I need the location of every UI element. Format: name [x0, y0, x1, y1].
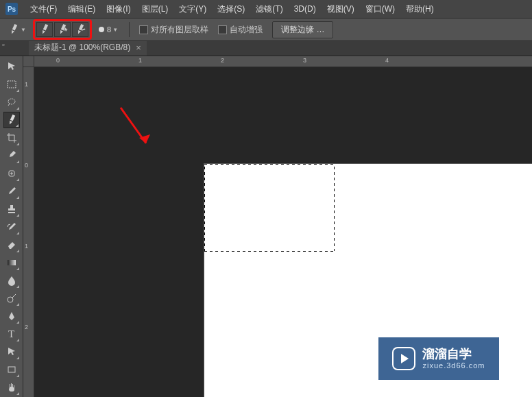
stamp-tool[interactable]: [3, 201, 20, 217]
ruler-v-tick: 0: [25, 162, 28, 169]
eraser-tool[interactable]: [3, 237, 20, 253]
svg-rect-3: [8, 81, 16, 88]
close-icon[interactable]: ×: [136, 43, 141, 53]
ruler-h-tick: 3: [303, 57, 306, 64]
menu-image[interactable]: 图像(I): [101, 1, 136, 18]
brush-tool[interactable]: [3, 183, 20, 200]
hand-tool[interactable]: [3, 379, 20, 396]
gradient-tool[interactable]: [3, 254, 20, 271]
ruler-h-tick: 0: [56, 57, 60, 64]
shape-tool[interactable]: [3, 361, 20, 378]
brush-size-chevron-icon[interactable]: ▼: [112, 27, 121, 33]
canvas-viewport[interactable]: 溜溜自学 zixue.3d66.com: [34, 67, 532, 397]
menu-filter[interactable]: 滤镜(T): [250, 1, 288, 18]
document-tab-title: 未标题-1 @ 100%(RGB/8): [34, 42, 130, 53]
svg-point-4: [8, 99, 15, 104]
sample-all-layers-checkbox[interactable]: 对所有图层取样: [139, 24, 208, 36]
menu-layer[interactable]: 图层(L): [136, 1, 174, 18]
svg-rect-8: [8, 367, 15, 372]
dodge-tool[interactable]: [3, 290, 20, 306]
healing-brush-tool[interactable]: [3, 165, 20, 182]
crop-tool[interactable]: [3, 130, 20, 146]
mode-add-selection-button[interactable]: [54, 22, 71, 37]
auto-enhance-label: 自动增强: [230, 24, 263, 36]
watermark-badge: 溜溜自学 zixue.3d66.com: [378, 337, 499, 380]
marquee-tool[interactable]: [3, 76, 20, 93]
annotation-arrow-icon: [119, 106, 160, 154]
menu-3d[interactable]: 3D(D): [289, 1, 322, 16]
sample-all-layers-label: 对所有图层取样: [151, 24, 208, 36]
svg-marker-10: [139, 134, 150, 143]
mode-subtract-selection-button[interactable]: [72, 22, 88, 37]
mode-new-selection-button[interactable]: [36, 22, 53, 37]
ruler-vertical[interactable]: 1 0 1 2: [23, 67, 34, 397]
move-tool[interactable]: [3, 58, 20, 75]
play-icon: [392, 347, 415, 370]
blur-tool[interactable]: [3, 272, 20, 289]
toolbox: T: [0, 56, 23, 397]
path-select-tool[interactable]: [3, 344, 20, 360]
checkbox-icon: [218, 25, 227, 34]
menu-help[interactable]: 帮助(H): [400, 1, 439, 18]
svg-point-7: [8, 297, 13, 302]
ruler-h-tick: 4: [385, 57, 389, 64]
svg-line-9: [121, 108, 146, 143]
ruler-v-tick: 2: [25, 324, 28, 330]
app-logo: Ps: [5, 3, 18, 15]
auto-enhance-checkbox[interactable]: 自动增强: [218, 24, 263, 36]
menu-file[interactable]: 文件(F): [25, 1, 62, 18]
options-bar: ▼ 8 ▼ 对所有图层取样 自动增强 调整边缘 …: [0, 18, 532, 41]
tab-strip-expander-icon[interactable]: »: [0, 41, 7, 48]
menu-edit[interactable]: 编辑(E): [62, 1, 101, 18]
refine-edge-button[interactable]: 调整边缘 …: [272, 21, 333, 38]
brush-size-value: 8: [107, 25, 111, 34]
ruler-h-tick: 2: [221, 57, 224, 64]
menu-view[interactable]: 视图(V): [322, 1, 360, 18]
brush-preview-icon: [99, 27, 104, 32]
watermark-title: 溜溜自学: [422, 348, 485, 361]
ruler-h-tick: 1: [138, 57, 142, 64]
separator: [129, 22, 130, 37]
menu-type[interactable]: 文字(Y): [173, 1, 212, 18]
document-tab-bar: 未标题-1 @ 100%(RGB/8) ×: [0, 41, 532, 56]
history-brush-tool[interactable]: [3, 219, 20, 235]
ruler-origin[interactable]: [23, 56, 34, 67]
selection-mode-highlight: [33, 19, 92, 40]
eyedropper-tool[interactable]: [3, 147, 20, 164]
work-area: 0 1 2 3 4 1 0 1 2: [23, 56, 532, 397]
ruler-v-tick: 1: [25, 243, 28, 250]
current-tool-icon[interactable]: [5, 22, 22, 37]
menu-bar: Ps 文件(F) 编辑(E) 图像(I) 图层(L) 文字(Y) 选择(S) 滤…: [0, 0, 532, 18]
ruler-horizontal[interactable]: 0 1 2 3 4: [34, 56, 532, 67]
type-tool[interactable]: T: [3, 326, 20, 342]
quick-select-tool[interactable]: [3, 112, 20, 128]
svg-rect-2: [82, 29, 85, 31]
lasso-tool[interactable]: [3, 94, 20, 110]
brush-size-picker[interactable]: 8 ▼: [99, 25, 123, 34]
checkbox-icon: [139, 25, 148, 34]
tool-preset-chevron-icon[interactable]: ▼: [21, 27, 29, 33]
menu-select[interactable]: 选择(S): [212, 1, 250, 18]
svg-rect-6: [8, 260, 16, 265]
pen-tool[interactable]: [3, 308, 20, 324]
watermark-subtitle: zixue.3d66.com: [422, 361, 485, 370]
menu-window[interactable]: 窗口(W): [360, 1, 400, 18]
document-tab[interactable]: 未标题-1 @ 100%(RGB/8) ×: [29, 39, 147, 56]
marquee-selection[interactable]: [204, 164, 335, 252]
ruler-v-tick: 1: [25, 81, 28, 88]
